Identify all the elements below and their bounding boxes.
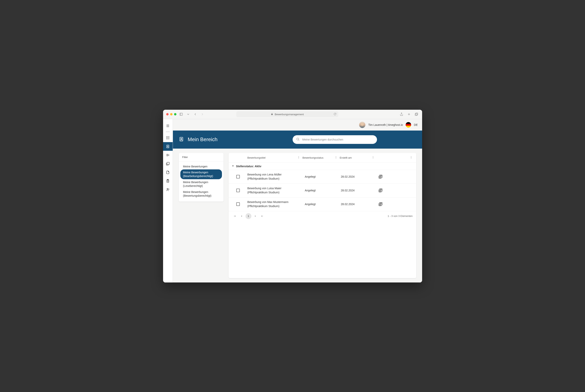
prev-page-button[interactable] (239, 213, 244, 219)
tabs-overview-button[interactable] (414, 112, 419, 116)
filter-card: Filter Meine Bewertungen Meine Bewerbung… (179, 153, 223, 202)
sidebar-toggle-button[interactable] (179, 112, 183, 116)
svg-line-37 (298, 140, 299, 140)
row-status: Angelegt (305, 189, 341, 192)
nav-users[interactable] (163, 185, 173, 194)
svg-rect-68 (263, 215, 263, 217)
col-title-header: Bewerbungstitel (247, 156, 303, 159)
table-header: Bewerbungstitel Bewerbungsstatus (229, 153, 416, 163)
svg-point-47 (411, 156, 411, 157)
search-input[interactable] (302, 138, 373, 141)
svg-marker-66 (255, 215, 256, 217)
filter-item-bewertungsberechtigt[interactable]: Meine Bewerbungen (Bewertungsberechtigt) (180, 189, 222, 199)
col-date-label: Erstellt am (340, 156, 352, 159)
language-selector[interactable]: DE (414, 123, 418, 126)
search-icon (296, 138, 300, 142)
share-button[interactable] (399, 112, 404, 116)
svg-point-39 (298, 157, 299, 158)
svg-marker-50 (232, 166, 234, 167)
svg-point-36 (297, 138, 299, 140)
svg-point-15 (169, 138, 169, 138)
row-date: 28.02.2024 (341, 175, 377, 178)
svg-point-11 (167, 136, 168, 137)
svg-marker-63 (234, 215, 235, 217)
hero-banner: Mein Bereich (173, 130, 422, 148)
filter-item-bewertungen[interactable]: Meine Bewertungen (180, 164, 222, 170)
open-details-button[interactable] (377, 187, 384, 194)
menu-toggle-button[interactable] (163, 122, 173, 130)
user-name-label[interactable]: Tim Lauenroth | timeghost.io (368, 123, 403, 126)
nav-library[interactable] (163, 160, 173, 168)
row-title: Bewerbung von Lena Müller (Pflichtprakti… (247, 172, 305, 181)
svg-rect-0 (180, 113, 182, 116)
svg-point-17 (167, 138, 168, 139)
url-bar[interactable]: Bewerbungsmanagement (236, 111, 338, 117)
svg-marker-65 (241, 215, 242, 217)
user-avatar[interactable] (359, 122, 365, 128)
row-date: 28.02.2024 (341, 189, 377, 192)
next-page-button[interactable] (253, 213, 258, 219)
col-title-menu[interactable] (297, 156, 300, 160)
svg-point-41 (336, 156, 336, 157)
icon-rail (163, 119, 173, 282)
svg-rect-26 (167, 162, 169, 164)
lock-icon (271, 113, 273, 116)
col-status-header: Bewerbungsstatus (302, 156, 340, 159)
svg-point-49 (411, 158, 411, 158)
col-date-menu[interactable] (372, 156, 374, 160)
svg-point-44 (373, 156, 373, 157)
page-title: Bewerbungsmanagement (275, 113, 304, 116)
minimize-window-button[interactable] (170, 113, 172, 116)
svg-point-12 (169, 136, 169, 137)
forward-button[interactable] (200, 112, 205, 116)
row-title: Bewerbung von Max Mustermann (Pflichtpra… (247, 200, 305, 208)
chevron-down-icon[interactable] (186, 112, 191, 116)
group-header[interactable]: Stellenstatus: Aktiv (229, 163, 416, 170)
svg-point-20 (167, 146, 168, 146)
rail-separator (166, 132, 170, 132)
col-status-menu[interactable] (335, 156, 337, 160)
first-page-button[interactable] (232, 213, 238, 219)
row-title: Bewerbung von Luisa Maier (Pflichtprakti… (247, 186, 305, 194)
browser-chrome: Bewerbungsmanagement (163, 110, 422, 119)
table-row[interactable]: Bewerbung von Luisa Maier (Pflichtprakti… (229, 184, 416, 198)
reload-button[interactable] (334, 113, 336, 116)
close-window-button[interactable] (166, 113, 169, 116)
last-page-button[interactable] (259, 213, 265, 219)
nav-list-add[interactable] (163, 151, 173, 160)
nav-clipboard[interactable] (163, 177, 173, 185)
nav-my-area[interactable] (163, 142, 173, 151)
maximize-window-button[interactable] (174, 113, 176, 116)
nav-document[interactable] (163, 168, 173, 177)
pagination-summary: 1 - 3 von 3 Elementen (388, 214, 413, 218)
search-pill (293, 135, 377, 144)
nav-apps[interactable] (163, 134, 173, 142)
back-button[interactable] (193, 112, 198, 116)
open-details-button[interactable] (377, 200, 384, 208)
open-details-button[interactable] (377, 173, 384, 180)
svg-point-18 (169, 138, 169, 139)
filter-item-leseberechtigt[interactable]: Meine Bewerbungen (Leseberechtigt) (180, 179, 222, 189)
collapse-icon (232, 165, 234, 168)
filter-list: Meine Bewertungen Meine Bewerbungen (Bea… (179, 162, 223, 202)
table-row[interactable]: Bewerbung von Max Mustermann (Pflichtpra… (229, 198, 416, 211)
row-checkbox[interactable] (236, 189, 240, 192)
col-actions-menu[interactable] (410, 156, 413, 160)
filter-item-bearbeitungsberechtigt[interactable]: Meine Bewerbungen (Bearbeitungsberechtig… (180, 170, 222, 179)
filter-heading: Filter (179, 153, 223, 162)
svg-marker-67 (261, 215, 262, 217)
row-status: Angelegt (305, 175, 341, 178)
svg-point-31 (167, 188, 168, 190)
applications-table: Bewerbungstitel Bewerbungsstatus (229, 153, 416, 278)
svg-rect-6 (415, 114, 417, 116)
group-label: Stellenstatus: Aktiv (236, 165, 261, 168)
current-page-number[interactable]: 1 (245, 213, 251, 219)
col-date-header: Erstellt am (340, 156, 377, 159)
new-tab-button[interactable] (407, 112, 411, 116)
content-area: Filter Meine Bewertungen Meine Bewerbung… (173, 148, 422, 282)
row-checkbox[interactable] (236, 202, 240, 206)
row-checkbox[interactable] (236, 175, 240, 178)
main-column: Tim Lauenroth | timeghost.io DE Mein Ber… (173, 119, 422, 282)
svg-point-16 (166, 138, 167, 139)
table-row[interactable]: Bewerbung von Lena Müller (Pflichtprakti… (229, 170, 416, 184)
